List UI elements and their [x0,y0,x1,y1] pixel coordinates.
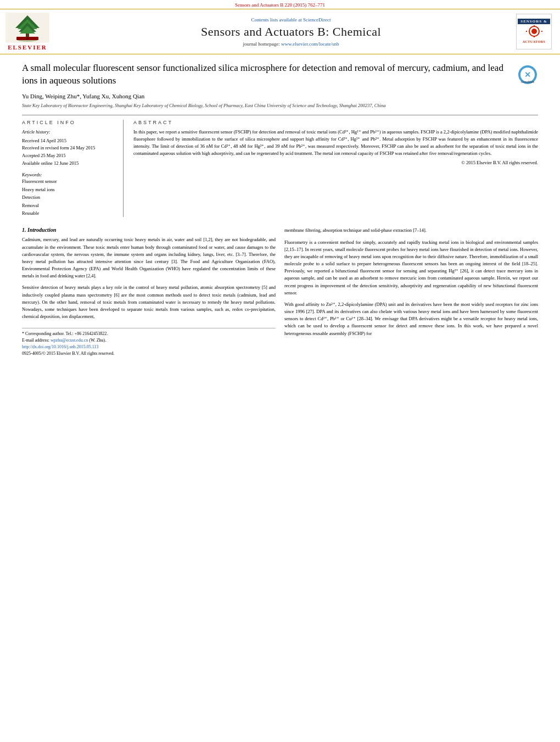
article-title: A small molecular fluorescent sensor fun… [22,62,512,87]
article-info-abstract: ARTICLE INFO Article history: Received 1… [22,120,538,217]
journal-header: ELSEVIER Contents lists available at Sci… [0,9,560,54]
accepted-date: Accepted 25 May 2015 [22,153,66,158]
abstract-col: ABSTRACT In this paper, we report a sens… [133,120,538,217]
abstract-text: In this paper, we report a sensitive flu… [133,129,538,157]
keyword-4: Removal [22,202,116,209]
sensors-actuators-logo: SENSORS & ACTUATORS [516,14,552,49]
abstract-heading: ABSTRACT [133,120,538,125]
keyword-3: Detection [22,193,116,201]
sensor-circle-icon [526,25,542,37]
citation-bar: Sensors and Actuators B 220 (2015) 762–7… [0,0,560,9]
doi-link[interactable]: http://dx.doi.org/10.1016/j.snb.2015.05.… [22,344,98,349]
copyright: © 2015 Elsevier B.V. All rights reserved… [133,160,538,165]
history-label: Article history: [22,129,116,136]
body-right-col: membrane filtering, absorption technique… [284,227,538,357]
sensors-logo-icon [526,25,542,40]
intro-right-text-3: With good affinity to Zn²⁺, 2,2-dipicoly… [284,301,538,337]
intro-left-text-2: Sensitive detection of heavy metals play… [22,284,276,320]
available-online: Available online 12 June 2015 [22,160,79,166]
article-history: Article history: Received 14 April 2015 … [22,129,116,167]
article-info-heading: ARTICLE INFO [22,120,116,125]
svg-rect-8 [26,37,29,40]
journal-homepage: journal homepage: www.elsevier.com/locat… [243,41,339,47]
doi-line: http://dx.doi.org/10.1016/j.snb.2015.05.… [22,344,276,350]
svg-text:✕: ✕ [524,70,531,79]
elsevier-logo-section: ELSEVIER [5,13,66,51]
crossmark-logo: ✕ CrossMark [517,64,538,85]
keywords-section: Keywords: Fluorescent sensor Heavy metal… [22,171,116,217]
footnote-author: * Corresponding author. Tel.: +86 216424… [22,331,276,337]
issn-line: 0925-4005/© 2015 Elsevier B.V. All right… [22,350,276,357]
sensors-logo-section: SENSORS & ACTUATORS [516,13,555,51]
received-revised: Received in revised form 24 May 2015 [22,145,95,150]
article-info-col: ARTICLE INFO Article history: Received 1… [22,120,124,217]
crossmark-icon: ✕ CrossMark [517,64,538,85]
footnote-email-line: E-mail address: wpzhu@ecust.edu.cn (W. Z… [22,337,276,344]
keyword-5: Reusable [22,209,116,217]
article-title-section: A small molecular fluorescent sensor fun… [22,62,538,87]
sciencedirect-text: Contents lists available at ScienceDirec… [251,17,331,23]
body-content: 1. Introduction Cadmium, mercury, and le… [22,227,538,357]
elsevier-tree-icon [5,13,49,43]
svg-text:CrossMark: CrossMark [521,80,535,83]
elsevier-logo: ELSEVIER [5,13,49,51]
received-date: Received 14 April 2015 [22,138,66,143]
journal-info: Contents lists available at ScienceDirec… [71,13,511,51]
authors: Yu Ding, Weiping Zhu*, Yufang Xu, Xuhong… [22,92,538,101]
sensors-logo-bottom-text: ACTUATORS [523,40,546,44]
elsevier-label: ELSEVIER [8,44,47,51]
keywords-list: Fluorescent sensor Heavy metal ions Dete… [22,177,116,217]
intro-left-text: Cadmium, mercury, and lead are naturally… [22,236,276,280]
journal-title: Sensors and Actuators B: Chemical [201,25,381,39]
keyword-1: Fluorescent sensor [22,177,116,185]
intro-heading: 1. Introduction [22,227,276,233]
svg-point-10 [531,29,537,34]
body-left-col: 1. Introduction Cadmium, mercury, and le… [22,227,276,357]
footnote-email-suffix: (W. Zhu). [89,338,106,343]
footnote-email-link[interactable]: wpzhu@ecust.edu.cn [51,338,88,343]
keywords-label: Keywords: [22,172,42,177]
article-body: A small molecular fluorescent sensor fun… [0,54,560,362]
citation-text: Sensors and Actuators B 220 (2015) 762–7… [235,2,325,8]
intro-right-text-2: Fluorometry is a convenient method for s… [284,239,538,297]
intro-right-text-1: membrane filtering, absorption technique… [284,227,538,234]
sensors-logo-top-text: SENSORS & [518,19,550,24]
affiliation: State Key Laboratory of Bioreactor Engin… [22,103,538,109]
footnote-section: * Corresponding author. Tel.: +86 216424… [22,328,276,357]
homepage-link[interactable]: www.elsevier.com/locate/snb [281,41,339,47]
divider-1 [22,115,538,115]
keyword-2: Heavy metal ions [22,186,116,193]
footnote-email-label: E-mail address: [22,338,49,343]
